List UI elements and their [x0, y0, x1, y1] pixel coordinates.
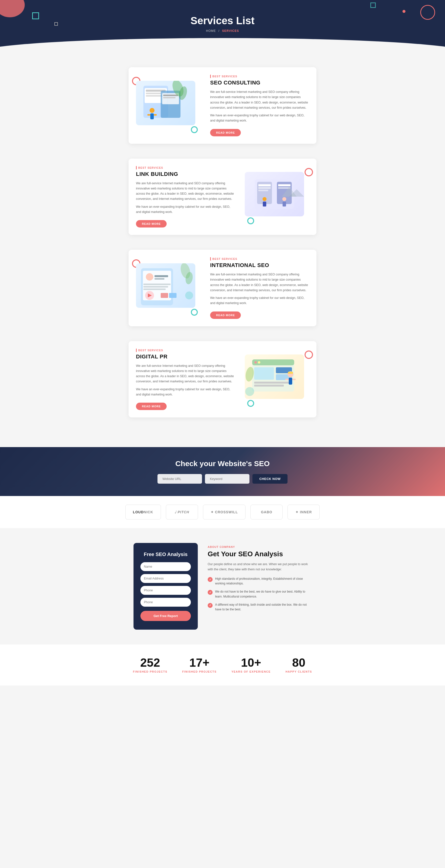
svg-rect-57	[285, 379, 289, 380]
deco-square-teal	[32, 12, 39, 19]
analysis-heading: Get Your SEO Analysis	[208, 550, 312, 558]
service-item-intl: BEST SERVICES INTERNATIONAL SEO We are f…	[128, 250, 317, 326]
svg-rect-56	[289, 378, 292, 384]
seo-keyword-input[interactable]	[205, 474, 249, 484]
svg-point-43	[185, 291, 193, 299]
svg-point-60	[245, 387, 254, 396]
service-desc2-seo: We have an ever-expanding trophy cabinet…	[210, 113, 309, 124]
svg-point-47	[258, 361, 260, 364]
service-desc2-digital: We have an ever-expanding trophy cabinet…	[136, 387, 235, 398]
analysis-form-box: Free SEO Analysis Get Free Report	[134, 543, 198, 630]
breadcrumb-sep: /	[218, 29, 219, 33]
analysis-intro: Our people define us and show who we are…	[208, 562, 312, 572]
service-title-digital: DIGITAL PR	[136, 353, 235, 360]
deco-square-teal2	[370, 2, 376, 8]
hero-header: Services List HOME / SERVICES	[0, 0, 445, 52]
logo-loudnick: LOUDNICK	[125, 505, 161, 520]
stat-label-17: FINISHED PROJECTS	[182, 670, 216, 673]
svg-rect-12	[154, 114, 157, 116]
stat-number-17: 17+	[182, 657, 216, 669]
form-submit-button[interactable]: Get Free Report	[141, 611, 191, 621]
service-text-link: BEST SERVICES LINK BUILDING We are full-…	[136, 166, 235, 228]
seo-check-section: Check your Website's SEO CHECK NOW	[0, 447, 445, 496]
service-image-intl	[136, 263, 200, 313]
service-item-seo: BEST SERVICES SEO CONSULTING We are full…	[128, 67, 317, 144]
service-desc1-link: We are full-service Internet marketing a…	[136, 181, 235, 202]
stat-label-252: FINISHED PROJECTS	[133, 670, 167, 673]
service-tag-digital: BEST SERVICES	[136, 348, 235, 352]
form-phone-input[interactable]	[141, 586, 191, 595]
stat-number-80: 80	[286, 657, 312, 669]
service-text-intl: BEST SERVICES INTERNATIONAL SEO We are f…	[210, 257, 309, 319]
service-tag-link: BEST SERVICES	[136, 166, 235, 169]
service-image-seo	[136, 81, 200, 130]
svg-rect-35	[143, 286, 168, 287]
service-text-digital: BEST SERVICES DIGITAL PR We are full-ser…	[136, 348, 235, 410]
read-more-digital[interactable]: READ MORE	[136, 403, 167, 410]
service-desc1-seo: We are full-service Internet marketing a…	[210, 89, 309, 111]
svg-rect-4	[146, 95, 163, 97]
deco-square-small	[54, 22, 58, 26]
logo-crosswill: ✦ CROSSWILL	[203, 505, 246, 520]
svg-rect-10	[150, 113, 154, 119]
svg-rect-3	[146, 93, 161, 94]
digital-illustration	[245, 354, 304, 399]
service-desc2-link: We have an ever-expanding trophy cabinet…	[136, 204, 235, 215]
svg-rect-21	[278, 184, 291, 186]
stat-number-10: 10+	[231, 657, 271, 669]
check-icon-2	[208, 590, 213, 595]
stat-item-252: 252 FINISHED PROJECTS	[133, 657, 167, 673]
breadcrumb-home[interactable]: HOME	[206, 29, 216, 33]
form-email-input[interactable]	[141, 574, 191, 583]
seo-illustration	[136, 81, 195, 125]
service-desc1-digital: We are full-service Internet marketing a…	[136, 363, 235, 384]
service-desc1-intl: We are full-service Internet marketing a…	[210, 272, 309, 293]
service-title-seo: SEO CONSULTING	[210, 80, 309, 86]
service-text-seo: BEST SERVICES SEO CONSULTING We are full…	[210, 74, 309, 136]
deco-teal-seo-bottom	[191, 126, 198, 133]
svg-point-23	[263, 197, 267, 201]
service-tag-seo: BEST SERVICES	[210, 74, 309, 78]
svg-rect-24	[263, 202, 266, 207]
deco-teal-intl-bottom	[191, 309, 198, 316]
service-title-intl: INTERNATIONAL SEO	[210, 262, 309, 269]
deco-teal-link-bottom	[247, 217, 254, 224]
stat-number-252: 252	[133, 657, 167, 669]
service-image-link	[245, 172, 309, 221]
analysis-info: ABOUT COMPANY Get Your SEO Analysis Our …	[208, 543, 312, 630]
svg-rect-17	[258, 184, 271, 186]
form-box-title: Free SEO Analysis	[141, 552, 191, 557]
stat-label-10: YEARS OF EXPERIENCE	[231, 670, 271, 673]
page-title: Services List	[0, 15, 445, 27]
seo-check-button[interactable]: CHECK NOW	[253, 474, 288, 484]
stat-item-17: 17+ FINISHED PROJECTS	[182, 657, 216, 673]
svg-point-48	[261, 361, 264, 364]
read-more-intl[interactable]: READ MORE	[210, 311, 241, 319]
intl-illustration	[136, 263, 195, 308]
service-title-link: LINK BUILDING	[136, 171, 235, 177]
logo-gabo: GABO	[250, 505, 283, 520]
service-item-link: BEST SERVICES LINK BUILDING We are full-…	[128, 159, 317, 235]
analysis-point-text-2: We do not have to be the best, we do hav…	[215, 589, 312, 599]
svg-rect-49	[254, 367, 274, 380]
form-name-input[interactable]	[141, 562, 191, 571]
deco-circle-digital-top	[304, 350, 313, 359]
about-tag: ABOUT COMPANY	[208, 546, 312, 548]
svg-point-31	[146, 273, 153, 281]
form-phone2-input[interactable]	[141, 598, 191, 607]
analysis-point-3: A different way of thinking, both inside…	[208, 602, 312, 612]
service-tag-intl: BEST SERVICES	[210, 257, 309, 260]
logo-pitch: ♩ PITCH	[166, 505, 198, 520]
breadcrumb: HOME / SERVICES	[0, 29, 445, 33]
seo-check-title: Check your Website's SEO	[5, 460, 440, 468]
svg-rect-18	[258, 187, 271, 189]
seo-url-input[interactable]	[157, 474, 202, 484]
stat-item-80: 80 HAPPY CLIENTS	[286, 657, 312, 673]
seo-check-form: CHECK NOW	[148, 474, 297, 484]
svg-rect-55	[288, 372, 293, 374]
read-more-link[interactable]: READ MORE	[136, 220, 167, 227]
logos-section: LOUDNICK ♩ PITCH ✦ CROSSWILL GABO ✦ INNE…	[0, 496, 445, 528]
read-more-seo[interactable]: READ MORE	[210, 129, 241, 136]
check-icon-1	[208, 577, 213, 582]
stats-section: 252 FINISHED PROJECTS 17+ FINISHED PROJE…	[0, 645, 445, 685]
